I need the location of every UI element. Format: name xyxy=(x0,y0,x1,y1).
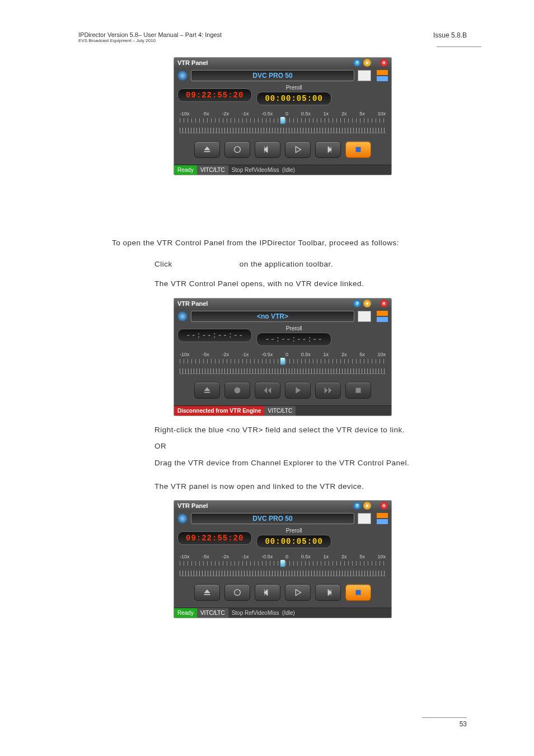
page-number: 53 xyxy=(422,717,467,728)
forward-button[interactable] xyxy=(315,584,341,601)
status-bar: Ready VITC/LTC Stop RefVideoMiss (Idle) xyxy=(174,165,391,175)
timecode-display: 09:22:55:20 xyxy=(177,531,252,545)
panel-title-text: VTR Panel xyxy=(177,502,208,509)
panel-titlebar: VTR Panel ? ● × xyxy=(174,298,391,309)
preroll-value[interactable]: 00:00:05:00 xyxy=(256,535,331,548)
forward-button[interactable] xyxy=(315,141,341,158)
timecode-display: 09:22:55:20 xyxy=(177,88,252,102)
forward-button[interactable] xyxy=(315,382,341,399)
svg-point-4 xyxy=(235,590,241,596)
eject-button[interactable] xyxy=(194,382,220,399)
rewind-button[interactable] xyxy=(255,141,280,158)
svg-rect-1 xyxy=(356,147,361,152)
speed-slider[interactable] xyxy=(180,559,386,567)
play-button[interactable] xyxy=(285,141,311,158)
device-icon[interactable] xyxy=(177,514,188,524)
record-button[interactable] xyxy=(224,382,250,399)
device-icon[interactable] xyxy=(177,311,188,321)
preroll-value[interactable]: --:--:--:-- xyxy=(256,333,331,346)
svg-rect-5 xyxy=(356,590,361,595)
vtr-panel-linked: VTR Panel ? ● × DVC PRO 50 09:22:55:20 P… xyxy=(174,57,392,175)
stop-button[interactable] xyxy=(345,141,371,158)
header-subtitle: EVS Broadcast Equipment – July 2010 xyxy=(78,38,222,43)
svg-point-0 xyxy=(235,147,241,153)
panel-title-text: VTR Panel xyxy=(177,59,208,66)
progress-track[interactable] xyxy=(180,128,386,133)
channel-squares xyxy=(377,513,388,524)
preroll-label: Preroll xyxy=(286,85,302,91)
header-issue: Issue 5.8.B xyxy=(433,31,467,39)
help-icon[interactable]: ? xyxy=(353,300,361,307)
step-2: Right-click the blue <no VTR> field and … xyxy=(134,424,467,492)
intro-paragraph: To open the VTR Control Panel from the I… xyxy=(112,237,467,249)
status-ready: Ready xyxy=(174,608,197,618)
rewind-button[interactable] xyxy=(255,382,280,399)
device-button[interactable] xyxy=(358,311,371,322)
status-bar: Disconnected from VTR Engine VITC/LTC xyxy=(174,405,391,416)
device-field[interactable]: <no VTR> xyxy=(191,311,354,322)
lock-icon[interactable]: ● xyxy=(363,300,371,307)
timecode-display: --:--:--:-- xyxy=(177,329,252,342)
panel-titlebar: VTR Panel ? ● × xyxy=(174,501,391,511)
device-field[interactable]: DVC PRO 50 xyxy=(191,70,354,81)
stop-button[interactable] xyxy=(345,382,371,399)
speed-slider[interactable] xyxy=(180,116,386,124)
stop-button[interactable] xyxy=(345,584,371,601)
lock-icon[interactable]: ● xyxy=(363,59,371,67)
device-button[interactable] xyxy=(358,513,371,524)
help-icon[interactable]: ? xyxy=(353,502,361,510)
svg-rect-3 xyxy=(356,388,361,393)
close-icon[interactable]: × xyxy=(380,502,388,510)
speed-labels: -10x-5x-2x-1x-0.5x00.5x1x2x5x10x xyxy=(174,352,391,357)
svg-point-2 xyxy=(235,387,241,393)
status-bar: Ready VITC/LTC Stop RefVideoMiss (Idle) xyxy=(174,608,391,618)
lock-icon[interactable]: ● xyxy=(363,502,371,510)
record-button[interactable] xyxy=(224,584,250,601)
status-message: Stop RefVideoMiss (Idle) xyxy=(228,608,391,618)
panel-title-text: VTR Panel xyxy=(177,300,208,307)
rewind-button[interactable] xyxy=(255,584,280,601)
progress-track[interactable] xyxy=(180,571,386,576)
progress-track[interactable] xyxy=(180,368,386,374)
speed-labels: -10x-5x-2x-1x-0.5x00.5x1x2x5x10x xyxy=(174,111,391,116)
device-icon[interactable] xyxy=(177,71,188,81)
vtr-panel-linked-2: VTR Panel ? ● × DVC PRO 50 09:22:55:20 P… xyxy=(174,500,392,618)
help-icon[interactable]: ? xyxy=(353,59,361,67)
step-1: Clickon the application toolbar. The VTR… xyxy=(134,258,467,290)
close-icon[interactable]: × xyxy=(380,300,388,307)
preroll-label: Preroll xyxy=(286,528,302,534)
play-button[interactable] xyxy=(285,584,311,601)
speed-labels: -10x-5x-2x-1x-0.5x00.5x1x2x5x10x xyxy=(174,554,391,559)
speed-slider[interactable] xyxy=(180,357,386,365)
play-button[interactable] xyxy=(285,382,311,399)
header-rule xyxy=(437,46,481,47)
device-button[interactable] xyxy=(358,70,371,81)
channel-squares xyxy=(377,311,388,322)
vtr-panel-novtr: VTR Panel ? ● × <no VTR> --:--:--:-- Pre… xyxy=(174,298,392,416)
eject-button[interactable] xyxy=(194,141,220,158)
panel-titlebar: VTR Panel ? ● × xyxy=(174,58,391,68)
eject-button[interactable] xyxy=(194,584,220,601)
preroll-value[interactable]: 00:00:05:00 xyxy=(256,92,331,105)
preroll-label: Preroll xyxy=(286,325,302,332)
status-message: Stop RefVideoMiss (Idle) xyxy=(228,165,391,175)
status-vitc: VITC/LTC xyxy=(264,406,296,416)
close-icon[interactable]: × xyxy=(380,59,388,67)
status-vitc: VITC/LTC xyxy=(197,608,228,618)
status-vitc: VITC/LTC xyxy=(197,165,228,175)
channel-squares xyxy=(377,70,388,81)
device-field[interactable]: DVC PRO 50 xyxy=(191,513,354,524)
status-disconnected: Disconnected from VTR Engine xyxy=(174,406,264,416)
header-title: IPDirector Version 5.8– User Manual – Pa… xyxy=(78,31,222,38)
status-ready: Ready xyxy=(174,165,197,175)
record-button[interactable] xyxy=(224,141,250,158)
